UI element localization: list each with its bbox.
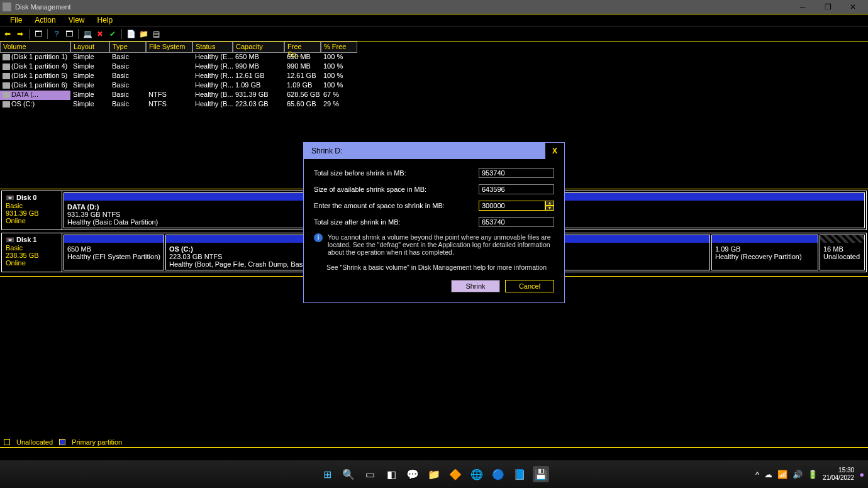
- forward-icon[interactable]: ➡: [15, 29, 25, 39]
- dialog-info-text: You cannot shrink a volume beyond the po…: [328, 233, 554, 256]
- app-icon: [3, 3, 11, 11]
- menu-action[interactable]: Action: [28, 14, 62, 26]
- column-header[interactable]: Layout: [70, 42, 109, 53]
- delete-icon[interactable]: ✖: [95, 29, 105, 39]
- list-icon[interactable]: ▤: [151, 29, 161, 39]
- wifi-icon[interactable]: 📶: [777, 470, 787, 479]
- disk0-label[interactable]: 📼 Disk 0 Basic 931.39 GB Online: [2, 191, 62, 230]
- column-header[interactable]: Free Sp...: [284, 42, 321, 53]
- window-title: Disk Management: [15, 3, 71, 11]
- folder-icon[interactable]: 📁: [138, 29, 148, 39]
- menu-help[interactable]: Help: [91, 14, 120, 26]
- legend-primary: Primary partition: [72, 438, 122, 446]
- word-icon[interactable]: 📘: [511, 466, 528, 482]
- disk1-part-efi[interactable]: 650 MB Healthy (EFI System Partition): [64, 235, 164, 270]
- volume-row[interactable]: (Disk 1 partition 4)SimpleBasicHealthy (…: [0, 62, 868, 72]
- taskview-icon[interactable]: ▭: [362, 466, 378, 482]
- shrink-button[interactable]: Shrink: [451, 280, 500, 292]
- value-total-before: 953740: [479, 168, 554, 178]
- app1-icon[interactable]: 🔶: [447, 466, 464, 482]
- legend: Unallocated Primary partition: [0, 436, 868, 448]
- legend-unallocated: Unallocated: [16, 438, 53, 446]
- label-shrink-amount: Enter the amount of space to shrink in M…: [314, 202, 479, 209]
- volume-row[interactable]: DATA (...SimpleBasicNTFSHealthy (B...931…: [0, 91, 868, 100]
- volume-row[interactable]: (Disk 1 partition 6)SimpleBasicHealthy (…: [0, 81, 868, 91]
- dialog-close-button[interactable]: X: [545, 143, 564, 159]
- notifications-icon[interactable]: ●: [859, 470, 864, 479]
- input-shrink-amount[interactable]: [479, 201, 545, 211]
- label-available: Size of available shrink space in MB:: [314, 186, 479, 193]
- battery-icon[interactable]: 🔋: [808, 470, 818, 479]
- menu-view[interactable]: View: [62, 14, 91, 26]
- toolbar: ⬅ ➡ 🗔 ? 🗔 💻 ✖ ✔ 📄 📁 ▤: [0, 26, 868, 42]
- minimize-button[interactable]: ─: [790, 1, 815, 13]
- chat-icon[interactable]: 💬: [404, 466, 421, 482]
- volume-row[interactable]: (Disk 1 partition 1)SimpleBasicHealthy (…: [0, 53, 868, 62]
- legend-swatch-primary: [59, 439, 65, 445]
- column-header[interactable]: % Free: [321, 42, 357, 53]
- column-header[interactable]: File System: [146, 42, 192, 53]
- settings-icon[interactable]: 💻: [82, 29, 92, 39]
- scan-icon[interactable]: 🗔: [33, 29, 43, 39]
- spinner-down-icon[interactable]: ▼: [545, 206, 554, 211]
- widgets-icon[interactable]: ◧: [383, 466, 399, 482]
- edge-icon[interactable]: 🌐: [469, 466, 485, 482]
- close-button[interactable]: ✕: [840, 1, 865, 13]
- clock[interactable]: 15:30 21/04/2022: [823, 467, 854, 482]
- help-icon[interactable]: ?: [52, 29, 62, 39]
- disk1-part-unallocated[interactable]: 16 MB Unallocated: [820, 235, 865, 270]
- dialog-title: Shrink D:: [311, 147, 342, 155]
- cancel-button[interactable]: Cancel: [505, 280, 554, 292]
- column-header[interactable]: Status: [192, 42, 233, 53]
- volume-row[interactable]: (Disk 1 partition 5)SimpleBasicHealthy (…: [0, 72, 868, 81]
- window-titlebar: Disk Management ─ ❐ ✕: [0, 0, 868, 14]
- volume-header: VolumeLayoutTypeFile SystemStatusCapacit…: [0, 42, 868, 53]
- column-header[interactable]: Volume: [0, 42, 70, 53]
- legend-swatch-unallocated: [4, 439, 10, 445]
- value-total-after: 653740: [479, 217, 554, 227]
- search-icon[interactable]: 🔍: [340, 466, 357, 482]
- disk1-label[interactable]: 📼 Disk 1 Basic 238.35 GB Online: [2, 233, 62, 272]
- explorer-icon[interactable]: 📁: [426, 466, 442, 482]
- refresh-icon[interactable]: 🗔: [64, 29, 74, 39]
- taskbar: ⊞ 🔍 ▭ ◧ 💬 📁 🔶 🌐 🔵 📘 💾 ^ ☁ 📶 🔊 🔋 15:30 21…: [0, 460, 868, 488]
- label-total-after: Total size after shrink in MB:: [314, 218, 479, 226]
- column-header[interactable]: Capacity: [233, 42, 284, 53]
- diskmgmt-taskbar-icon[interactable]: 💾: [533, 466, 549, 482]
- dialog-titlebar[interactable]: Shrink D: X: [304, 143, 564, 159]
- spinner[interactable]: ▲▼: [545, 201, 554, 211]
- note-icon[interactable]: 📄: [126, 29, 136, 39]
- value-available: 643596: [479, 184, 554, 194]
- shrink-dialog: Shrink D: X Total size before shrink in …: [303, 142, 565, 303]
- volume-icon[interactable]: 🔊: [793, 470, 803, 479]
- start-icon[interactable]: ⊞: [319, 466, 335, 482]
- tray-chevron-icon[interactable]: ^: [755, 470, 759, 479]
- dialog-help-text: See "Shrink a basic volume" in Disk Mana…: [326, 263, 554, 271]
- ok-icon[interactable]: ✔: [108, 29, 118, 39]
- column-header[interactable]: Type: [109, 42, 146, 53]
- menu-file[interactable]: File: [4, 14, 28, 26]
- label-total-before: Total size before shrink in MB:: [314, 169, 479, 177]
- disk1-part-recovery[interactable]: 1.09 GB Healthy (Recovery Partition): [711, 235, 818, 270]
- volume-row[interactable]: OS (C:)SimpleBasicNTFSHealthy (B...223.0…: [0, 100, 868, 109]
- chrome-icon[interactable]: 🔵: [490, 466, 506, 482]
- menu-bar: File Action View Help: [0, 14, 868, 26]
- maximize-button[interactable]: ❐: [815, 1, 840, 13]
- onedrive-icon[interactable]: ☁: [764, 470, 772, 479]
- back-icon[interactable]: ⬅: [3, 29, 13, 39]
- spinner-up-icon[interactable]: ▲: [545, 201, 554, 206]
- info-icon: i: [314, 233, 323, 242]
